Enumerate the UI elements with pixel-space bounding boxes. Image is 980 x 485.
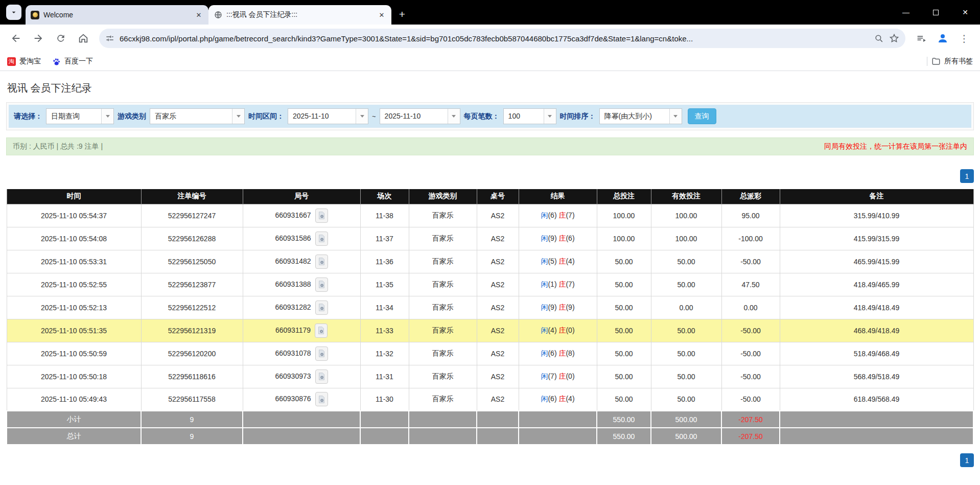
round-number: 660931482: [275, 257, 311, 265]
cell-total-bet[interactable]: 50.00: [597, 388, 651, 411]
profile-avatar[interactable]: [933, 29, 952, 48]
cell-payout: -100.00: [721, 227, 780, 250]
maximize-button[interactable]: [921, 0, 950, 25]
url-text[interactable]: 66cxkj98.com/ipl/portal.php/game/betreco…: [120, 34, 869, 43]
tab-close-icon[interactable]: ✕: [377, 10, 386, 19]
video-replay-icon[interactable]: [315, 324, 328, 338]
tab-search-button[interactable]: [6, 5, 21, 20]
cell-time: 2025-11-10 05:53:31: [7, 250, 141, 273]
tab-welcome[interactable]: Welcome ✕: [26, 5, 208, 25]
cell-total-bet[interactable]: 50.00: [597, 342, 651, 365]
menu-dots-icon[interactable]: ⋮: [954, 29, 974, 48]
summary-valid-bet: 500.00: [651, 411, 721, 428]
chevron-down-icon[interactable]: [544, 109, 556, 124]
video-replay-icon[interactable]: [315, 209, 328, 223]
cell-total-bet[interactable]: 50.00: [597, 365, 651, 388]
cell-valid-bet: 50.00: [651, 319, 721, 342]
date-to-select[interactable]: 2025-11-10: [380, 108, 460, 124]
cell-round: 660931667: [243, 204, 360, 227]
chevron-down-icon[interactable]: [101, 109, 113, 124]
site-info-icon[interactable]: [105, 34, 114, 43]
column-header: 总投注: [597, 189, 651, 204]
round-number: 660931667: [275, 211, 311, 219]
close-button[interactable]: ✕: [950, 0, 980, 25]
search-button[interactable]: 查询: [688, 108, 716, 124]
chevron-down-icon: [10, 8, 18, 16]
cell-total-bet[interactable]: 50.00: [597, 319, 651, 342]
summary-valid-bet: 500.00: [651, 428, 721, 445]
all-bookmarks-button[interactable]: 所有书签: [931, 57, 973, 66]
table-footer: 小计9550.00500.00-207.50总计9550.00500.00-20…: [7, 411, 973, 445]
cell-game: 百家乐: [409, 388, 477, 411]
video-replay-icon[interactable]: [315, 369, 328, 384]
summary-total-bet: 550.00: [597, 411, 651, 428]
cell-bet-id: 522956117558: [141, 388, 243, 411]
video-replay-icon[interactable]: [315, 232, 328, 246]
chevron-down-icon[interactable]: [448, 109, 460, 124]
zoom-icon[interactable]: [874, 34, 884, 43]
cell-total-bet[interactable]: 100.00: [597, 204, 651, 227]
home-button[interactable]: [74, 29, 93, 48]
query-type-select[interactable]: 日期查询: [46, 108, 114, 124]
media-controls-icon[interactable]: [912, 29, 931, 48]
tab-betrecord[interactable]: :::视讯 会员下注纪录::: ✕: [208, 5, 391, 25]
bookmark-aitaobao[interactable]: 淘 爱淘宝: [7, 57, 41, 66]
date-from-select[interactable]: 2025-11-10: [288, 108, 368, 124]
cell-total-bet[interactable]: 50.00: [597, 296, 651, 319]
round-number: 660930973: [275, 372, 311, 380]
sort-order-select[interactable]: 降幂(由大到小): [599, 108, 682, 124]
round-number: 660931282: [275, 303, 311, 311]
browser-toolbar: 66cxkj98.com/ipl/portal.php/game/betreco…: [0, 25, 980, 52]
chevron-down-icon[interactable]: [232, 109, 244, 124]
reload-button[interactable]: [51, 29, 71, 48]
pagination-top: 1: [6, 169, 974, 183]
bookmark-star-icon[interactable]: [889, 33, 899, 43]
cell-time: 2025-11-10 05:54:37: [7, 204, 141, 227]
cell-session: 11-32: [360, 342, 409, 365]
chevron-down-icon[interactable]: [356, 109, 368, 124]
cell-time: 2025-11-10 05:49:43: [7, 388, 141, 411]
baidu-paw-icon: [52, 57, 61, 66]
new-tab-button[interactable]: +: [394, 7, 410, 22]
game-type-select[interactable]: 百家乐: [150, 108, 245, 124]
cell-total-bet[interactable]: 100.00: [597, 227, 651, 250]
minimize-button[interactable]: —: [891, 0, 921, 25]
bookmark-baidu[interactable]: 百度一下: [52, 57, 93, 66]
column-header: 局号: [243, 189, 360, 204]
round-number: 660931078: [275, 349, 311, 357]
cell-total-bet[interactable]: 50.00: [597, 250, 651, 273]
all-bookmarks-label: 所有书签: [944, 57, 973, 66]
filter-label-per-page: 每页笔数：: [464, 112, 500, 121]
video-replay-icon[interactable]: [315, 278, 328, 292]
cell-payout: -50.00: [721, 319, 780, 342]
video-replay-icon[interactable]: [315, 392, 328, 406]
chevron-down-icon[interactable]: [669, 109, 682, 124]
back-button[interactable]: [6, 29, 26, 48]
video-replay-icon[interactable]: [315, 301, 328, 315]
cell-round: 660931388: [243, 273, 360, 296]
cell-round: 660930876: [243, 388, 360, 411]
cell-result: 闲(4) 庄(0): [519, 319, 597, 342]
video-replay-icon[interactable]: [315, 347, 328, 361]
forward-button[interactable]: [29, 29, 48, 48]
tab-title: Welcome: [43, 11, 190, 19]
cell-result: 闲(9) 庄(6): [519, 227, 597, 250]
cell-total-bet[interactable]: 50.00: [597, 273, 651, 296]
tab-close-icon[interactable]: ✕: [194, 10, 203, 19]
cell-result: 闲(6) 庄(4): [519, 388, 597, 411]
cell-game: 百家乐: [409, 204, 477, 227]
per-page-select[interactable]: 100: [503, 108, 556, 124]
summary-label: 总计: [7, 428, 141, 445]
url-bar[interactable]: 66cxkj98.com/ipl/portal.php/game/betreco…: [99, 29, 905, 48]
cell-session: 11-35: [360, 273, 409, 296]
cell-game: 百家乐: [409, 342, 477, 365]
cell-round: 660931586: [243, 227, 360, 250]
summary-count: 9: [141, 411, 243, 428]
cell-payout: -50.00: [721, 342, 780, 365]
pagination-page-button[interactable]: 1: [960, 169, 974, 183]
cell-valid-bet: 50.00: [651, 388, 721, 411]
video-replay-icon[interactable]: [315, 255, 328, 269]
cell-result: 闲(7) 庄(0): [519, 365, 597, 388]
filter-label-game-type: 游戏类别: [118, 112, 146, 121]
pagination-page-button[interactable]: 1: [960, 453, 974, 467]
